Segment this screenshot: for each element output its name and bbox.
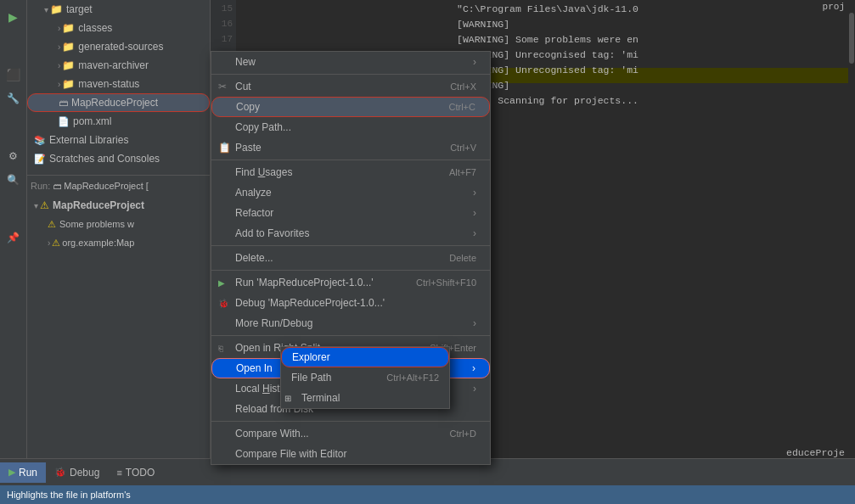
arrow-right-icon3: › [473, 207, 476, 219]
folder-icon: 📁 [50, 3, 63, 15]
menu-item-delete[interactable]: Delete... Delete [211, 248, 490, 268]
separator-3 [211, 245, 490, 246]
debug-tab-label: Debug [70, 467, 99, 479]
arrow-right-icon7: › [473, 383, 476, 395]
tree-item-mapreduce[interactable]: 🗃 MapReduceProject [27, 93, 210, 112]
tree-item-label: External Libraries [49, 134, 128, 146]
separator-6 [211, 421, 490, 422]
output-line-1: "C:\Program Files\Java\jdk-11.0 [457, 3, 848, 19]
submenu-item-terminal[interactable]: ⊞ Terminal [281, 388, 449, 408]
tab-run[interactable]: ▶ Run [0, 462, 46, 483]
menu-item-run[interactable]: ▶ Run 'MapReduceProject-1.0...' Ctrl+Shi… [211, 272, 490, 293]
separator-4 [211, 270, 490, 271]
menu-item-refactor[interactable]: Refactor › [211, 203, 490, 223]
menu-item-paste[interactable]: 📋 Paste Ctrl+V [211, 137, 490, 158]
menu-label-refactor: Refactor [235, 207, 273, 219]
menu-item-compare-with[interactable]: Compare With... Ctrl+D [211, 423, 490, 444]
tab-todo[interactable]: ≡ TODO [108, 462, 163, 483]
menu-item-compare-editor[interactable]: Compare File with Editor [211, 444, 490, 464]
line-num-16: 16 [211, 19, 236, 34]
folder-icon: 📁 [62, 59, 75, 71]
settings-side-icon[interactable]: ⚙ [3, 146, 24, 166]
output-line-5: [WARNING] Unrecognised tag: 'mi [457, 64, 848, 80]
todo-tab-label: TODO [126, 467, 155, 479]
lib-icon: 📚 [34, 135, 46, 146]
tree-item-external-libraries[interactable]: 📚 External Libraries [27, 131, 210, 149]
menu-item-copy[interactable]: Copy Ctrl+C [211, 97, 490, 117]
expand-arrow: › [58, 24, 60, 33]
submenu-item-file-path[interactable]: File Path Ctrl+Alt+F12 [281, 367, 449, 388]
find-shortcut: Alt+F7 [449, 167, 476, 177]
run-project-label: MapReduceProject [ [64, 181, 149, 191]
menu-label-more-run: More Run/Debug [235, 317, 312, 329]
line-num-15: 15 [211, 3, 236, 19]
tree-item-label: MapReduceProject [71, 97, 158, 109]
copy-shortcut: Ctrl+C [449, 102, 475, 112]
tree-item-classes[interactable]: › 📁 classes [27, 19, 210, 37]
todo-tab-icon: ≡ [116, 468, 121, 478]
menu-item-more-run[interactable]: More Run/Debug › [211, 313, 490, 333]
expand-arrow: › [58, 80, 60, 89]
tree-item-maven-status[interactable]: › 📁 maven-status [27, 75, 210, 93]
search-side-icon[interactable]: 🔍 [3, 170, 24, 190]
folder-icon: 📁 [62, 78, 75, 90]
menu-item-find-usages[interactable]: Find Usages Alt+F7 [211, 162, 490, 182]
tree-item-pom[interactable]: 📄 pom.xml [27, 112, 210, 131]
separator-5 [211, 335, 490, 336]
tree-item-label: target [66, 3, 93, 15]
menu-item-debug[interactable]: 🐞 Debug 'MapReduceProject-1.0...' [211, 293, 490, 313]
xml-icon: 📄 [58, 116, 70, 127]
run-tab-label: Run [19, 467, 37, 479]
run-shortcut: Ctrl+Shift+F10 [416, 277, 476, 288]
menu-label-debug: Debug 'MapReduceProject-1.0...' [235, 297, 385, 309]
run-label: Run: [31, 181, 50, 191]
expand-arrow: ▾ [34, 201, 38, 210]
menu-label-compare-with: Compare With... [235, 428, 309, 440]
maven-warning[interactable]: ⚠ Some problems w [31, 215, 206, 233]
tree-item-scratches[interactable]: 📝 Scratches and Consoles [27, 149, 210, 168]
menu-item-cut[interactable]: ✂ Cut Ctrl+X [211, 76, 490, 97]
submenu-item-explorer[interactable]: Explorer [281, 347, 449, 367]
warning-icon: ⚠ [40, 199, 49, 211]
line-num-17: 17 [211, 34, 236, 49]
maven-org[interactable]: › ⚠ org.example:Map [31, 233, 206, 252]
tree-item-label: generated-sources [78, 41, 163, 53]
scratch-icon: 📝 [34, 154, 46, 165]
menu-item-add-favorites[interactable]: Add to Favorites › [211, 223, 490, 244]
menu-item-copy-path[interactable]: Copy Path... [211, 117, 490, 137]
menu-label-cut: Cut [235, 81, 251, 92]
warning-text: Some problems w [59, 219, 134, 229]
rerun-side-icon[interactable]: 🔧 [3, 88, 24, 109]
run-tab-icon: ▶ [8, 467, 15, 478]
scrollbar-thumb[interactable] [849, 13, 854, 64]
menu-item-new[interactable]: New › [211, 52, 490, 72]
warning-icon2: ⚠ [48, 219, 56, 230]
tab-debug[interactable]: 🐞 Debug [46, 462, 108, 483]
scrollbar[interactable] [848, 0, 855, 458]
run-side-icon[interactable]: ▶ [3, 7, 24, 27]
tree-item-maven-archiver[interactable]: › 📁 maven-archiver [27, 56, 210, 75]
debug-tab-icon: 🐞 [54, 467, 66, 478]
tree-item-target[interactable]: ▾ 📁 target [27, 0, 210, 19]
status-bar: Highlights the file in platform's [0, 485, 855, 504]
output-line-3: [WARNING] Some problems were en [457, 34, 848, 49]
pin-side-icon[interactable]: 📌 [3, 227, 24, 248]
tree-item-label: pom.xml [73, 115, 111, 127]
paste-icon: 📋 [218, 142, 231, 154]
folder-icon: 📁 [62, 41, 75, 53]
console-bottom-line1: educeProje [786, 447, 845, 458]
stop-side-icon[interactable]: ⬛ [3, 64, 24, 85]
expand-arrow: › [58, 42, 60, 52]
output-line-6: [WARNING] [457, 80, 848, 95]
run-project-icon: 🗃 [53, 182, 62, 191]
explorer-label: Explorer [292, 351, 330, 363]
arrow-right-icon4: › [473, 227, 476, 239]
tree-item-label: maven-archiver [78, 59, 149, 71]
run-icon: ▶ [218, 278, 225, 288]
tree-item-generated-sources[interactable]: › 📁 generated-sources [27, 37, 210, 56]
maven-project[interactable]: ▾ ⚠ MapReduceProject [31, 196, 206, 215]
menu-item-analyze[interactable]: Analyze › [211, 182, 490, 203]
menu-label-analyze: Analyze [235, 187, 272, 199]
project-tree: ▾ 📁 target › 📁 classes › 📁 generated-sou… [27, 0, 211, 458]
separator-1 [211, 74, 490, 75]
